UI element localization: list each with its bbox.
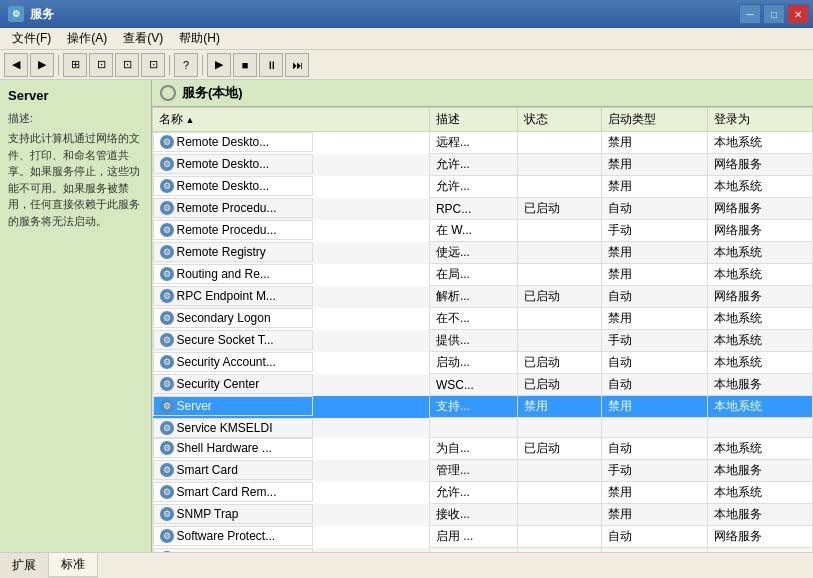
cell-name: ⚙Security Account...: [153, 352, 313, 372]
service-name-text: Remote Deskto...: [177, 135, 270, 149]
table-row[interactable]: ⚙Security Account...启动...已启动自动本地系统: [153, 352, 813, 374]
cell-startup: [602, 418, 707, 438]
cell-startup: 自动: [602, 352, 707, 374]
cell-login: 网络服务: [707, 220, 812, 242]
tab-expand[interactable]: 扩展: [0, 553, 49, 578]
table-row[interactable]: ⚙Remote Deskto...远程...禁用本地系统: [153, 132, 813, 154]
table-row[interactable]: ⚙Secure Socket T...提供...手动本地系统: [153, 330, 813, 352]
cell-login: [707, 418, 812, 438]
table-row[interactable]: ⚙Secondary Logon在不...禁用本地系统: [153, 308, 813, 330]
cell-desc: 启用 ...: [429, 526, 517, 548]
cell-login: 本地系统: [707, 242, 812, 264]
col-header-status[interactable]: 状态: [517, 108, 602, 132]
cell-desc: RPC...: [429, 198, 517, 220]
cell-desc: 在局...: [429, 264, 517, 286]
window-title: 服务: [30, 6, 54, 23]
service-row-icon: ⚙: [160, 179, 174, 193]
table-row[interactable]: ⚙Server支持...禁用禁用本地系统: [153, 396, 813, 418]
close-button[interactable]: ✕: [787, 4, 809, 24]
status-bar: 扩展 标准: [0, 552, 813, 578]
service-name-text: Secondary Logon: [177, 311, 271, 325]
table-row[interactable]: ⚙RPC Endpoint M...解析...已启动自动网络服务: [153, 286, 813, 308]
service-row-icon: ⚙: [160, 463, 174, 477]
cell-status: 已启动: [517, 374, 602, 396]
cell-startup: [602, 548, 707, 553]
menu-view[interactable]: 查看(V): [115, 28, 171, 49]
cell-startup: 禁用: [602, 482, 707, 504]
cell-startup: 禁用: [602, 154, 707, 176]
table-row[interactable]: ⚙Remote Procedu...在 W...手动网络服务: [153, 220, 813, 242]
table-row[interactable]: ⚙Security CenterWSC...已启动自动本地服务: [153, 374, 813, 396]
menu-action[interactable]: 操作(A): [59, 28, 115, 49]
cell-status: 已启动: [517, 286, 602, 308]
menu-file[interactable]: 文件(F): [4, 28, 59, 49]
stop-button[interactable]: ■: [233, 53, 257, 77]
restart-button[interactable]: ⏭: [285, 53, 309, 77]
cell-name: ⚙Software Protect...: [153, 526, 313, 546]
table-row[interactable]: ⚙Smart Card Rem...允许...禁用本地系统: [153, 482, 813, 504]
cell-login: 本地系统: [707, 330, 812, 352]
table-row[interactable]: ⚙SNMP Trap接收...禁用本地服务: [153, 504, 813, 526]
service-name-text: Security Center: [177, 377, 260, 391]
cell-desc: 允许...: [429, 176, 517, 198]
cell-status: [517, 220, 602, 242]
cell-login: 本地系统: [707, 176, 812, 198]
cell-login: 网络服务: [707, 198, 812, 220]
cell-startup: 禁用: [602, 242, 707, 264]
toolbar-btn-3[interactable]: ⊡: [115, 53, 139, 77]
cell-desc: 允许...: [429, 482, 517, 504]
col-header-login[interactable]: 登录为: [707, 108, 812, 132]
forward-button[interactable]: ▶: [30, 53, 54, 77]
table-row[interactable]: ⚙Remote Registry使远...禁用本地系统: [153, 242, 813, 264]
cell-login: 本地系统: [707, 482, 812, 504]
cell-desc: 在 W...: [429, 220, 517, 242]
service-row-icon: ⚙: [160, 355, 174, 369]
cell-desc: [429, 418, 517, 438]
cell-login: 本地系统: [707, 396, 812, 418]
menu-help[interactable]: 帮助(H): [171, 28, 228, 49]
table-row[interactable]: ⚙Smart Card管理...手动本地服务: [153, 460, 813, 482]
play-button[interactable]: ▶: [207, 53, 231, 77]
toolbar-separator-1: [58, 55, 59, 75]
table-row[interactable]: ⚙Remote Deskto...允许...禁用本地系统: [153, 176, 813, 198]
cell-status: [517, 242, 602, 264]
col-header-startup[interactable]: 启动类型: [602, 108, 707, 132]
service-row-icon: ⚙: [160, 377, 174, 391]
cell-login: 本地系统: [707, 352, 812, 374]
cell-status: [517, 176, 602, 198]
tab-standard[interactable]: 标准: [49, 553, 98, 578]
service-name-text: Smart Card Rem...: [177, 485, 277, 499]
cell-startup: 禁用: [602, 396, 707, 418]
cell-name: ⚙Remote Deskto...: [153, 176, 313, 196]
toolbar-btn-2[interactable]: ⊡: [89, 53, 113, 77]
minimize-button[interactable]: ─: [739, 4, 761, 24]
back-button[interactable]: ◀: [4, 53, 28, 77]
services-table-container[interactable]: 名称 描述 状态 启动类型 登录为 ⚙Remote Deskto...远程...…: [152, 107, 813, 552]
cell-desc: 管理...: [429, 460, 517, 482]
col-header-desc[interactable]: 描述: [429, 108, 517, 132]
cell-status: [517, 308, 602, 330]
cell-name: ⚙Smart Card: [153, 460, 313, 480]
table-row[interactable]: ⚙Shell Hardware ...为自...已启动自动本地系统: [153, 438, 813, 460]
service-row-icon: ⚙: [160, 201, 174, 215]
service-name-text: Security Account...: [177, 355, 276, 369]
cell-name: ⚙Remote Procedu...: [153, 198, 313, 218]
help-button[interactable]: ?: [174, 53, 198, 77]
table-row[interactable]: ⚙Service KMSELDI: [153, 418, 813, 438]
table-row[interactable]: ⚙Remote Procedu...RPC...已启动自动网络服务: [153, 198, 813, 220]
cell-desc: 使远...: [429, 242, 517, 264]
toolbar-btn-4[interactable]: ⊡: [141, 53, 165, 77]
cell-desc: 支持...: [429, 396, 517, 418]
table-row[interactable]: ⚙Routing and Re...在局...禁用本地系统: [153, 264, 813, 286]
cell-login: 本地服务: [707, 504, 812, 526]
col-header-name[interactable]: 名称: [153, 108, 430, 132]
cell-login: 本地服务: [707, 460, 812, 482]
table-row[interactable]: ⚙Software Protect...启用 ...自动网络服务: [153, 526, 813, 548]
cell-startup: 禁用: [602, 308, 707, 330]
cell-desc: 提供...: [429, 548, 517, 553]
toolbar-btn-1[interactable]: ⊞: [63, 53, 87, 77]
table-row[interactable]: ⚙SPP Notification...提供...: [153, 548, 813, 553]
maximize-button[interactable]: □: [763, 4, 785, 24]
pause-button[interactable]: ⏸: [259, 53, 283, 77]
table-row[interactable]: ⚙Remote Deskto...允许...禁用网络服务: [153, 154, 813, 176]
